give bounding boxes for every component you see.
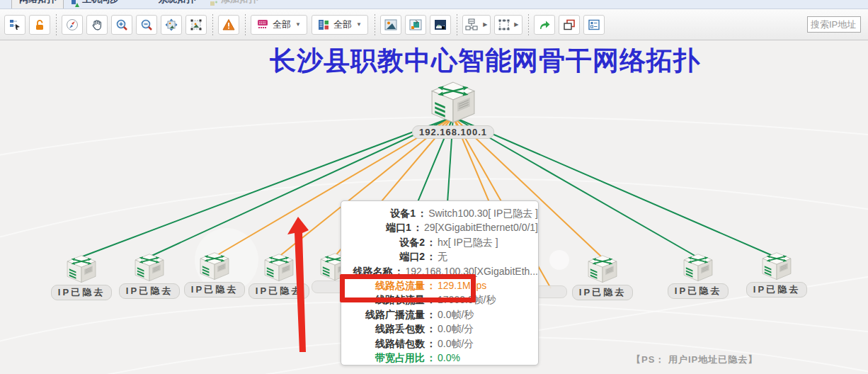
dark-image-icon	[434, 19, 447, 30]
arrange-windows-button[interactable]	[559, 15, 580, 35]
switch-icon	[199, 252, 230, 280]
node-label[interactable]: IP已隐去	[668, 283, 729, 299]
alarm-warning-icon	[222, 18, 235, 31]
tab-network-topology[interactable]: 网络拓扑	[11, 0, 64, 9]
zoom-out-button[interactable]	[136, 15, 157, 35]
select-region-icon	[190, 18, 202, 31]
obscured-node-label[interactable]	[535, 285, 567, 298]
chevron-right-icon: ▶	[514, 21, 518, 28]
add-icon	[210, 0, 218, 4]
device-node[interactable]: IP已隐去	[198, 252, 231, 298]
select-region-button[interactable]	[185, 15, 207, 35]
dark-image-button[interactable]	[430, 15, 451, 35]
toolbar-separator	[528, 14, 529, 35]
chevron-right-icon: ▶	[483, 21, 487, 28]
search-input[interactable]	[807, 16, 861, 33]
topology-canvas[interactable]: 长沙县职教中心智能网骨干网络拓扑 192.168.100.1 IP已隐去 IP已…	[0, 40, 868, 374]
device-node[interactable]: IP已隐去	[760, 252, 793, 298]
tab-system-topology[interactable]: 系统拓扑	[152, 0, 202, 9]
tooltip-row: 线路广播流量：0.0帧/秒	[341, 307, 538, 322]
grid-layout-button[interactable]: ▶	[494, 15, 522, 35]
tab-label: 主机同步	[82, 0, 119, 9]
device-node[interactable]: IP已隐去	[682, 254, 714, 299]
toolbar-separator	[212, 14, 213, 35]
device-node[interactable]: IP已隐去	[263, 254, 295, 299]
tab-label: 系统拓扑	[159, 0, 195, 9]
compass-icon	[66, 18, 79, 31]
legend-form-button[interactable]	[583, 15, 605, 35]
fit-view-button[interactable]	[161, 15, 182, 35]
switch-icon	[66, 255, 97, 283]
switch-icon	[587, 255, 618, 283]
status-filter-label: 全部	[333, 18, 352, 31]
node-label[interactable]: IP已隐去	[746, 282, 807, 298]
pan-hand-icon	[91, 18, 103, 31]
toolbar-separator	[375, 14, 375, 35]
zoom-out-icon	[140, 18, 153, 31]
hierarchical-layout-button[interactable]: ▶	[462, 15, 491, 35]
alarm-warning-button[interactable]	[218, 15, 239, 35]
switch-icon	[683, 254, 714, 282]
tab-add-topology: 添加拓扑	[202, 0, 265, 9]
arrange-windows-icon	[563, 19, 576, 30]
tooltip-row: 端口2：无	[341, 249, 538, 264]
background-image-icon	[384, 19, 397, 30]
main-toolbar: 全部 ▼ 全部 ▼ ▶ ▶	[0, 9, 868, 40]
tab-host-sync[interactable]: 主机同步	[64, 0, 126, 9]
node-label[interactable]: 192.168.100.1	[412, 125, 494, 139]
node-label[interactable]: IP已隐去	[572, 285, 633, 300]
chevron-down-icon: ▼	[356, 21, 362, 28]
device-node[interactable]: IP已隐去	[65, 255, 98, 300]
zoom-in-button[interactable]	[111, 15, 132, 35]
pan-hand-button[interactable]	[86, 15, 108, 35]
core-switch-node[interactable]: 192.168.100.1	[429, 81, 477, 139]
device-node[interactable]: IP已隐去	[586, 255, 619, 300]
topology-tree-button[interactable]	[4, 15, 25, 35]
topology-tree-icon	[8, 18, 21, 31]
status-filter-icon	[318, 19, 329, 30]
tooltip-row: 设备1：Switch100.30[ IP已隐去 ]	[341, 206, 538, 220]
network-topology-app: 网络拓扑 主机同步 系统拓扑 添加拓扑	[0, 0, 868, 374]
fit-view-icon	[165, 18, 178, 31]
node-label[interactable]: IP已隐去	[184, 282, 245, 298]
status-filter-dropdown[interactable]: 全部 ▼	[312, 15, 368, 35]
node-label[interactable]: IP已隐去	[51, 285, 112, 300]
red-highlight-box	[340, 274, 476, 302]
search-area	[807, 16, 861, 33]
node-label[interactable]: IP已隐去	[249, 283, 309, 299]
chevron-down-icon: ▼	[295, 21, 301, 28]
device-filter-label: 全部	[273, 18, 291, 31]
toolbar-separator	[457, 14, 457, 35]
toolbar-separator	[56, 14, 57, 35]
compass-button[interactable]	[62, 15, 83, 35]
tooltip-row: 端口1：29[XGigabitEthernet0/0/1]	[341, 220, 538, 234]
overlay-image-button[interactable]	[405, 15, 426, 35]
unlock-button[interactable]	[29, 15, 50, 35]
sync-icon	[71, 0, 79, 4]
export-button[interactable]	[534, 15, 555, 35]
tab-label: 网络拓扑	[19, 0, 56, 9]
unlock-icon	[33, 18, 46, 31]
switch-icon	[430, 81, 476, 124]
switch-icon	[263, 254, 295, 282]
topology-title: 长沙县职教中心智能网骨干网络拓扑	[234, 43, 736, 79]
tab-label: 添加拓扑	[221, 0, 258, 9]
hierarchical-layout-icon	[465, 18, 481, 31]
node-label[interactable]: IP已隐去	[119, 283, 180, 299]
switch-icon	[761, 252, 792, 280]
device-filter-dropdown[interactable]: 全部 ▼	[251, 15, 307, 35]
ps-note: 【PS： 用户IP地址已隐去】	[632, 353, 758, 366]
toolbar-separator	[245, 14, 246, 35]
device-filter-icon	[257, 19, 268, 30]
zoom-in-icon	[115, 18, 128, 31]
device-node[interactable]: IP已隐去	[133, 254, 166, 299]
tab-strip: 网络拓扑 主机同步 系统拓扑 添加拓扑	[0, 0, 868, 9]
export-icon	[538, 19, 551, 30]
overlay-image-icon	[409, 19, 422, 30]
tooltip-row: 设备2：hx[ IP已隐去 ]	[341, 235, 538, 249]
switch-icon	[134, 254, 165, 282]
tooltip-row-bandwidth: 带宽占用比：0.0%	[341, 351, 538, 365]
background-image-button[interactable]	[380, 15, 401, 35]
tooltip-row: 线路丢包数：0.0帧/分	[341, 322, 538, 336]
tooltip-row: 线路错包数：0.0帧/分	[341, 336, 538, 351]
